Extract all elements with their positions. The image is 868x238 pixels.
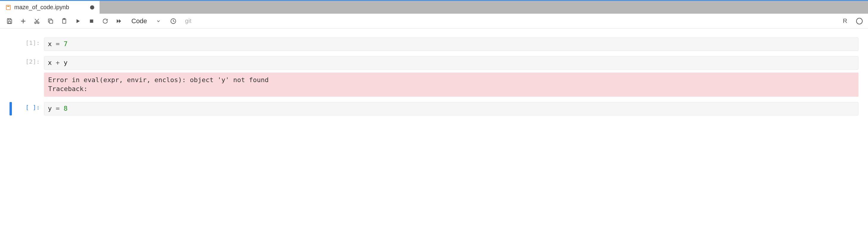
notebook-icon: [5, 4, 11, 10]
command-history-button[interactable]: [169, 17, 178, 25]
file-tab[interactable]: maze_of_code.ipynb: [0, 1, 100, 14]
cell-type-label: Code: [131, 17, 147, 25]
restart-button[interactable]: [101, 17, 110, 25]
svg-point-6: [37, 22, 39, 24]
copy-button[interactable]: [46, 17, 55, 25]
cell-output-row: Error in eval(expr, envir, enclos): obje…: [0, 72, 868, 97]
unsaved-indicator-icon: [90, 5, 94, 9]
insert-cell-button[interactable]: [19, 17, 27, 25]
active-cell-indicator: [9, 102, 12, 115]
chevron-down-icon: [156, 19, 161, 24]
run-all-button[interactable]: [115, 17, 123, 25]
code-input[interactable]: y = 8: [44, 102, 859, 115]
code-input[interactable]: x = 7: [44, 37, 859, 51]
cut-button[interactable]: [33, 17, 41, 25]
svg-rect-0: [6, 5, 10, 9]
svg-rect-13: [90, 19, 93, 23]
svg-rect-1: [7, 6, 9, 7]
git-label[interactable]: git: [185, 18, 191, 24]
code-cell[interactable]: [1]:x = 7: [0, 37, 868, 51]
notebook-toolbar: Code git R: [0, 14, 868, 29]
tab-bar: maze_of_code.ipynb: [0, 0, 868, 14]
cell-prompt: [1]:: [12, 37, 44, 47]
cell-prompt: [ ]:: [12, 102, 44, 111]
notebook-body: [1]:x = 7[2]:x + yError in eval(expr, en…: [0, 29, 868, 115]
tab-filename: maze_of_code.ipynb: [14, 4, 69, 11]
cell-type-select[interactable]: Code: [128, 17, 164, 25]
code-input[interactable]: x + y: [44, 56, 859, 70]
kernel-name[interactable]: R: [843, 18, 847, 24]
interrupt-button[interactable]: [87, 17, 96, 25]
paste-button[interactable]: [60, 17, 68, 25]
error-output: Error in eval(expr, envir, enclos): obje…: [44, 72, 859, 97]
svg-marker-14: [117, 19, 119, 23]
svg-rect-2: [8, 21, 10, 23]
svg-marker-15: [119, 19, 121, 23]
run-button[interactable]: [74, 17, 82, 25]
svg-marker-12: [76, 19, 80, 23]
svg-rect-9: [49, 20, 53, 23]
cell-prompt: [2]:: [12, 56, 44, 65]
kernel-status-icon[interactable]: [856, 18, 863, 24]
code-cell[interactable]: [2]:x + y: [0, 56, 868, 70]
save-button[interactable]: [5, 17, 14, 25]
svg-point-5: [35, 22, 37, 24]
code-cell[interactable]: [ ]:y = 8: [0, 102, 868, 115]
